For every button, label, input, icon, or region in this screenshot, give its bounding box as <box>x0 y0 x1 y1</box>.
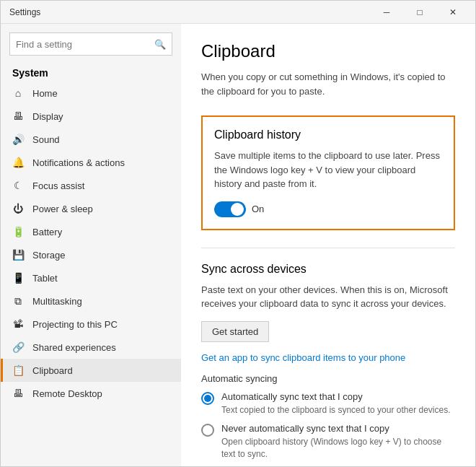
title-bar: Settings ─ □ ✕ <box>1 1 475 24</box>
multitasking-icon: ⧉ <box>12 295 24 307</box>
clipboard-history-description: Save multiple items to the clipboard to … <box>214 149 442 191</box>
projecting-icon: 📽 <box>12 318 24 330</box>
radio-auto-subtext: Text copied to the clipboard is synced t… <box>221 404 451 416</box>
radio-auto-inner <box>204 395 211 402</box>
content-area: Clipboard When you copy or cut something… <box>181 24 475 466</box>
radio-auto-button[interactable] <box>201 392 214 405</box>
sidebar-item-focus[interactable]: ☾ Focus assist <box>1 174 181 197</box>
search-input[interactable] <box>16 39 154 50</box>
radio-auto-text-group: Automatically sync text that I copy Text… <box>221 391 451 416</box>
sidebar-item-home[interactable]: ⌂ Home <box>1 82 181 105</box>
sidebar-item-label: Sound <box>32 134 60 145</box>
page-title: Clipboard <box>201 41 455 61</box>
sync-title: Sync across devices <box>201 263 455 276</box>
battery-icon: 🔋 <box>12 226 24 237</box>
clipboard-history-title: Clipboard history <box>214 128 442 141</box>
sidebar-item-storage[interactable]: 💾 Storage <box>1 243 181 266</box>
sidebar-item-label: Multitasking <box>32 296 82 307</box>
phone-sync-link[interactable]: Get an app to sync clipboard items to yo… <box>201 352 455 363</box>
sidebar-item-projecting[interactable]: 📽 Projecting to this PC <box>1 313 181 336</box>
sidebar-item-sound[interactable]: 🔊 Sound <box>1 128 181 151</box>
search-box[interactable]: 🔍 <box>9 32 172 56</box>
sidebar-item-label: Power & sleep <box>32 204 93 214</box>
notifications-icon: 🔔 <box>12 157 24 168</box>
sidebar-item-label: Shared experiences <box>32 342 116 353</box>
sidebar-item-label: Storage <box>32 250 66 261</box>
sidebar-item-multitasking[interactable]: ⧉ Multitasking <box>1 289 181 313</box>
focus-icon: ☾ <box>12 180 24 191</box>
auto-sync-label: Automatic syncing <box>201 373 455 384</box>
radio-never-text-group: Never automatically sync text that I cop… <box>221 423 455 461</box>
clipboard-icon: 📋 <box>12 365 24 376</box>
sidebar-item-tablet[interactable]: 📱 Tablet <box>1 266 181 289</box>
sidebar-item-remote[interactable]: 🖶 Remote Desktop <box>1 382 181 405</box>
sidebar-item-label: Display <box>32 111 63 122</box>
main-content: 🔍 System ⌂ Home 🖶 Display 🔊 Sound 🔔 Noti… <box>1 24 475 466</box>
remote-icon: 🖶 <box>12 388 24 399</box>
storage-icon: 💾 <box>12 249 24 261</box>
radio-never-label: Never automatically sync text that I cop… <box>221 423 455 434</box>
sidebar-item-clipboard[interactable]: 📋 Clipboard <box>1 359 181 382</box>
maximize-button[interactable]: □ <box>403 1 436 24</box>
sync-description: Paste text on your other devices. When t… <box>201 283 455 311</box>
toggle-label: On <box>252 204 264 214</box>
sidebar-item-shared[interactable]: 🔗 Shared experiences <box>1 336 181 359</box>
page-description: When you copy or cut something in Window… <box>201 70 455 98</box>
sidebar-item-label: Projecting to this PC <box>32 319 118 330</box>
system-section-title: System <box>1 61 181 82</box>
radio-option-never[interactable]: Never automatically sync text that I cop… <box>201 423 455 461</box>
radio-option-auto[interactable]: Automatically sync text that I copy Text… <box>201 391 455 416</box>
sidebar: 🔍 System ⌂ Home 🖶 Display 🔊 Sound 🔔 Noti… <box>1 24 181 466</box>
divider <box>201 248 455 248</box>
sidebar-item-battery[interactable]: 🔋 Battery <box>1 220 181 243</box>
sidebar-item-label: Focus assist <box>32 180 84 191</box>
power-icon: ⏻ <box>12 203 24 214</box>
sidebar-item-notifications[interactable]: 🔔 Notifications & actions <box>1 151 181 174</box>
sidebar-item-label: Home <box>32 88 58 99</box>
minimize-button[interactable]: ─ <box>370 1 403 24</box>
radio-auto-label: Automatically sync text that I copy <box>221 391 451 402</box>
close-button[interactable]: ✕ <box>436 1 470 24</box>
toggle-row: On <box>214 201 442 217</box>
tablet-icon: 📱 <box>12 272 24 284</box>
sidebar-item-label: Notifications & actions <box>32 157 125 168</box>
get-started-button[interactable]: Get started <box>201 321 269 342</box>
sidebar-item-label: Remote Desktop <box>32 388 102 399</box>
clipboard-history-section: Clipboard history Save multiple items to… <box>201 115 455 230</box>
window-title: Settings <box>9 7 40 17</box>
sidebar-item-display[interactable]: 🖶 Display <box>1 105 181 128</box>
radio-never-button[interactable] <box>201 424 214 437</box>
sidebar-item-label: Battery <box>32 227 62 237</box>
home-icon: ⌂ <box>12 87 24 99</box>
radio-never-subtext: Open clipboard history (Windows logo key… <box>221 436 455 461</box>
sidebar-item-power[interactable]: ⏻ Power & sleep <box>1 197 181 220</box>
clipboard-history-toggle[interactable] <box>214 201 246 217</box>
sound-icon: 🔊 <box>12 134 24 145</box>
search-icon: 🔍 <box>154 39 166 50</box>
shared-icon: 🔗 <box>12 341 24 353</box>
window-controls: ─ □ ✕ <box>370 1 470 24</box>
display-icon: 🖶 <box>12 110 24 122</box>
sidebar-item-label: Tablet <box>32 273 58 284</box>
sidebar-item-label: Clipboard <box>32 365 73 376</box>
settings-window: Settings ─ □ ✕ 🔍 System ⌂ Home 🖶 Display <box>0 0 476 467</box>
